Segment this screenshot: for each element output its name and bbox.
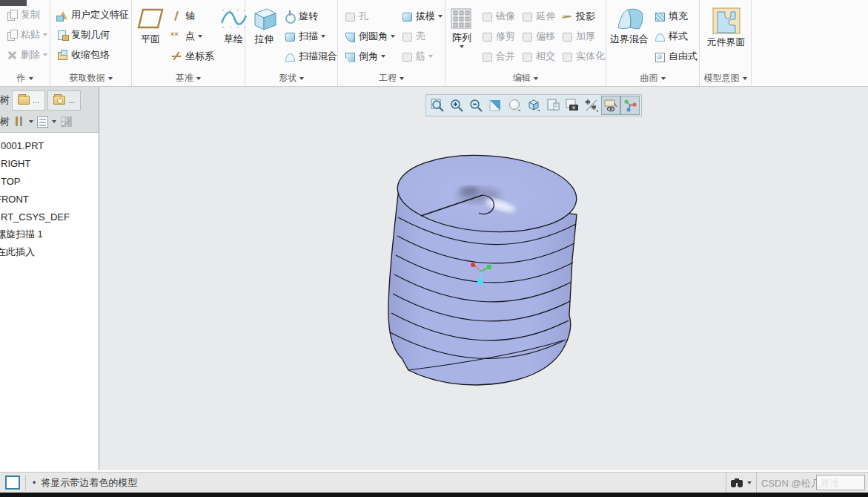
status-display-icon[interactable] <box>5 475 20 490</box>
point-dropdown-arrow[interactable] <box>198 35 202 38</box>
datum-display-filters-button[interactable] <box>582 96 601 115</box>
draft-icon <box>401 10 413 22</box>
offset-button[interactable]: 偏移 <box>519 26 557 46</box>
solidify-label: 实体化 <box>576 50 605 63</box>
tree-item-front-plane[interactable]: FRONT <box>0 190 99 208</box>
tree-display-toggle-icon[interactable] <box>60 116 72 128</box>
sketch-button[interactable]: 草绘 <box>219 6 248 45</box>
group-label-model-intent[interactable]: 模型意图 <box>700 70 751 86</box>
mirror-button[interactable]: 镜像 <box>479 6 517 26</box>
component-interface-button[interactable]: 元件界面 <box>704 6 749 47</box>
group-label-operations[interactable]: 作 <box>0 70 50 86</box>
csys-label: 坐标系 <box>185 50 214 63</box>
rib-dropdown-arrow[interactable] <box>428 55 433 58</box>
hole-button[interactable]: 孔 <box>342 6 397 26</box>
model-tree-tab-fragment[interactable]: 树 <box>0 93 10 107</box>
intersect-button[interactable]: 相交 <box>519 46 557 66</box>
boundary-blend-label: 边界混合 <box>610 34 649 45</box>
boundary-blend-button[interactable]: 边界混合 <box>610 6 649 45</box>
chamfer-button[interactable]: 倒角 <box>342 46 397 66</box>
point-button[interactable]: ×× 点 <box>168 26 216 46</box>
copy-button[interactable]: 复制 <box>4 4 42 24</box>
style-button[interactable]: 样式 <box>652 26 700 46</box>
group-label-edit[interactable]: 编辑 <box>445 70 606 86</box>
display-style-button[interactable] <box>505 96 524 115</box>
rib-label: 筋 <box>416 50 425 63</box>
pattern-dropdown-arrow[interactable] <box>460 45 464 48</box>
extrude-label: 拉伸 <box>254 34 274 45</box>
shell-button[interactable]: 壳 <box>399 26 445 46</box>
extrude-button[interactable]: 拉伸 <box>249 6 279 45</box>
view-manager-button[interactable] <box>543 96 563 115</box>
axis-button[interactable]: 轴 <box>168 6 216 26</box>
delete-dropdown-arrow[interactable] <box>43 53 47 56</box>
tree-item-csys[interactable]: RT_CSYS_DEF <box>0 208 99 226</box>
tree-item-right-plane[interactable]: RIGHT <box>0 154 99 172</box>
trim-button[interactable]: 修剪 <box>479 26 517 46</box>
find-button[interactable] <box>726 473 757 493</box>
sweep-dropdown-arrow[interactable] <box>321 35 325 38</box>
delete-button[interactable]: 删除 <box>4 45 50 65</box>
zoom-fit-button[interactable] <box>428 96 447 115</box>
sweep-blend-button[interactable]: 扫描混合 <box>282 46 339 66</box>
round-button[interactable]: 倒圆角 <box>342 26 397 46</box>
zoom-in-button[interactable] <box>447 96 466 115</box>
tree-item-part[interactable]: 0001.PRT <box>0 136 99 154</box>
folder-browser-tab[interactable]: ... <box>12 90 45 111</box>
spin-center-button[interactable] <box>620 96 640 115</box>
tree-settings-arrow[interactable] <box>29 120 33 123</box>
copy-geometry-button[interactable]: 复制几何 <box>54 24 112 45</box>
merge-button[interactable]: 合并 <box>479 46 517 66</box>
csys-button[interactable]: 坐标系 <box>168 46 216 66</box>
pattern-button[interactable]: 阵列 <box>449 6 474 48</box>
graphics-area[interactable] <box>99 87 868 470</box>
repaint-button[interactable] <box>486 96 505 115</box>
revolve-button[interactable]: 旋转 <box>282 6 339 26</box>
annotation-display-icon <box>603 98 618 113</box>
saved-orientations-button[interactable] <box>524 96 543 115</box>
model-3d-helical-sweep[interactable] <box>99 87 868 470</box>
draft-button[interactable]: 拔模 <box>399 6 445 26</box>
freestyle-button[interactable]: 自由式 <box>652 46 700 66</box>
favorites-tab[interactable]: ... <box>47 90 81 111</box>
round-dropdown-arrow[interactable] <box>391 35 395 38</box>
group-label-shapes[interactable]: 形状 <box>245 70 337 86</box>
rib-button[interactable]: 筋 <box>399 46 445 66</box>
fill-button[interactable]: 填充 <box>652 6 700 26</box>
udf-button[interactable]: 用户定义特征 <box>54 4 131 24</box>
triad-z-handle[interactable] <box>477 279 483 285</box>
solidify-button[interactable]: 实体化 <box>559 46 607 66</box>
plane-button[interactable]: 平面 <box>136 6 165 45</box>
group-label-surfaces[interactable]: 曲面 <box>606 70 699 86</box>
tree-item-top-plane[interactable]: TOP <box>0 172 99 190</box>
paste-dropdown-arrow[interactable] <box>43 33 47 36</box>
extend-button[interactable]: 延伸 <box>519 6 557 26</box>
triad-y-handle[interactable] <box>487 265 491 269</box>
zoom-out-button[interactable] <box>466 96 486 115</box>
project-button[interactable]: 投影 <box>559 6 607 26</box>
navigator-header: 树 ... ... 树 <box>0 87 99 133</box>
group-engineering-arrow <box>400 77 404 80</box>
zoom-fit-icon <box>430 98 445 113</box>
group-label-get-data[interactable]: 获取数据 <box>50 70 131 86</box>
thicken-button[interactable]: 加厚 <box>559 26 607 46</box>
triad-x-handle[interactable] <box>471 263 475 267</box>
paste-button[interactable]: 粘贴 <box>4 24 50 45</box>
tree-item-helical-sweep[interactable]: 螺旋扫描 1 <box>0 226 99 243</box>
group-label-engineering[interactable]: 工程 <box>338 70 445 86</box>
sweep-button[interactable]: 扫描 <box>282 26 339 46</box>
tree-settings-icon[interactable] <box>13 116 25 128</box>
tree-item-insert-here[interactable]: 在此插入 <box>0 243 99 261</box>
tree-filters-arrow[interactable] <box>52 120 56 123</box>
hole-icon <box>344 10 356 22</box>
shrinkwrap-button[interactable]: 收缩包络 <box>54 45 112 65</box>
annotation-display-button[interactable] <box>601 96 620 115</box>
chamfer-dropdown-arrow[interactable] <box>381 55 385 58</box>
tree-filters-icon[interactable] <box>37 116 48 128</box>
offset-label: 偏移 <box>536 30 555 43</box>
draft-dropdown-arrow[interactable] <box>438 15 443 18</box>
capture-image-button[interactable] <box>563 96 582 115</box>
group-label-datum[interactable]: 基准 <box>132 70 245 86</box>
find-dropdown-arrow[interactable] <box>747 481 752 484</box>
folder-browser-ellipsis: ... <box>33 96 39 105</box>
